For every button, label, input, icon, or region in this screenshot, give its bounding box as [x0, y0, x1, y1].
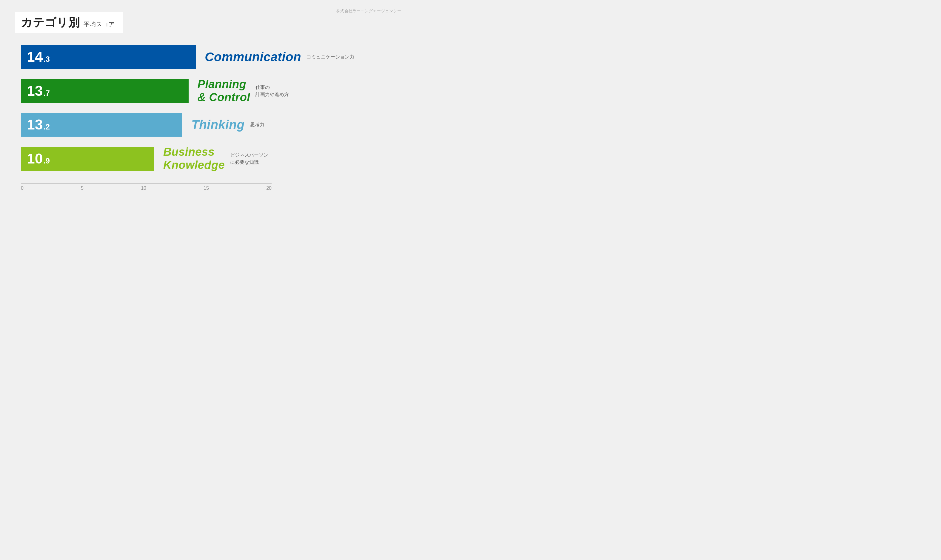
bar-label-planning: Planning& Control [197, 78, 250, 104]
bar-value-planning: 13.7 [27, 84, 50, 98]
bar-label-jp-planning: 仕事の計画力や進め方 [256, 84, 289, 98]
chart-area: 14.3Communicationコミュニケーション力13.7Planning&… [15, 45, 403, 181]
bar-value-small-planning: .7 [43, 89, 50, 97]
axis-tick-10: 10 [141, 186, 146, 191]
bar-fill-thinking: 13.2 [21, 113, 182, 137]
bar-and-label-thinking: 13.2Thinking思考力 [21, 113, 265, 137]
bar-planning: 13.7 [21, 79, 189, 103]
bar-label-jp2-business: に必要な知識 [230, 159, 268, 166]
bar-label-jp1-communication: コミュニケーション力 [306, 54, 354, 60]
bar-label-jp-business: ビジネスパーソンに必要な知識 [230, 152, 268, 166]
bar-label-jp1-thinking: 思考力 [250, 121, 265, 128]
bar-label-business: BusinessKnowledge [163, 146, 225, 172]
axis-tick-20: 20 [266, 186, 272, 191]
bar-row-communication: 14.3Communicationコミュニケーション力 [21, 45, 403, 69]
bar-business: 10.9 [21, 147, 154, 171]
bar-value-small-thinking: .2 [43, 123, 50, 131]
bar-value-big-planning: 13 [27, 84, 43, 98]
bar-label-jp2-planning: 計画力や進め方 [256, 91, 289, 98]
axis-tick-5: 5 [81, 186, 83, 191]
bar-and-label-business: 10.9BusinessKnowledgeビジネスパーソンに必要な知識 [21, 146, 268, 172]
axis-area: 05101520 [21, 183, 403, 191]
title-sub: 平均スコア [83, 20, 115, 28]
title-box: カテゴリ別 平均スコア [15, 12, 123, 33]
bar-label-en-thinking: Thinking [191, 118, 245, 132]
bar-label-en-communication: Communication [205, 50, 301, 64]
bar-fill-planning: 13.7 [21, 79, 189, 103]
bar-value-big-business: 10 [27, 152, 43, 166]
bar-fill-communication: 14.3 [21, 45, 196, 69]
bar-label-jp-communication: コミュニケーション力 [306, 54, 354, 60]
bar-value-small-communication: .3 [43, 55, 50, 63]
axis-ticks: 05101520 [21, 186, 272, 191]
axis-line [21, 183, 272, 184]
bar-label-communication: Communication [205, 50, 301, 64]
bar-value-communication: 14.3 [27, 50, 50, 64]
bar-row-business: 10.9BusinessKnowledgeビジネスパーソンに必要な知識 [21, 146, 403, 172]
bar-communication: 14.3 [21, 45, 196, 69]
bar-label-thinking: Thinking [191, 118, 245, 132]
bar-label-jp-thinking: 思考力 [250, 121, 265, 128]
bar-fill-business: 10.9 [21, 147, 154, 171]
axis-tick-0: 0 [21, 186, 23, 191]
bar-label-jp1-business: ビジネスパーソン [230, 152, 268, 159]
page-container: 株式会社ラーニングエージェンシー カテゴリ別 平均スコア 14.3Communi… [0, 0, 418, 249]
title-main: カテゴリ別 [21, 15, 80, 30]
company-name: 株式会社ラーニングエージェンシー [336, 8, 401, 14]
bar-value-small-business: .9 [43, 157, 50, 165]
bar-value-big-communication: 14 [27, 50, 43, 64]
bar-label-en-business: BusinessKnowledge [163, 146, 225, 172]
bar-label-jp1-planning: 仕事の [256, 84, 289, 91]
bar-value-business: 10.9 [27, 152, 50, 166]
bar-and-label-communication: 14.3Communicationコミュニケーション力 [21, 45, 354, 69]
bar-value-big-thinking: 13 [27, 118, 43, 132]
axis-tick-15: 15 [203, 186, 209, 191]
bar-value-thinking: 13.2 [27, 118, 50, 132]
bar-and-label-planning: 13.7Planning& Control仕事の計画力や進め方 [21, 78, 289, 104]
bar-row-planning: 13.7Planning& Control仕事の計画力や進め方 [21, 78, 403, 104]
bar-row-thinking: 13.2Thinking思考力 [21, 113, 403, 137]
bar-thinking: 13.2 [21, 113, 182, 137]
bar-label-en-planning: Planning& Control [197, 78, 250, 104]
